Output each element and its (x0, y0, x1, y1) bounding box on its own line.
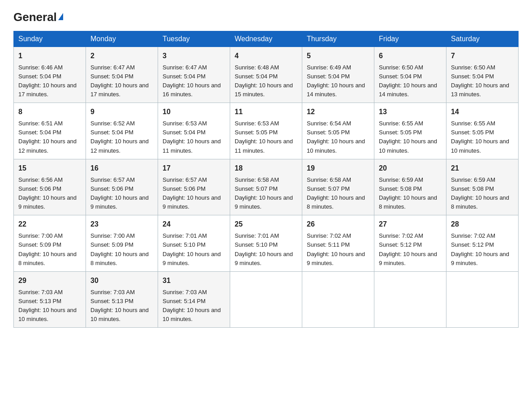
day-info: Sunrise: 7:03 AMSunset: 5:13 PMDaylight:… (18, 289, 77, 322)
day-number: 16 (90, 163, 153, 174)
day-info: Sunrise: 6:50 AMSunset: 5:04 PMDaylight:… (451, 64, 509, 98)
logo: General (13, 11, 63, 24)
calendar-week-row: 22 Sunrise: 7:00 AMSunset: 5:09 PMDaylig… (14, 215, 519, 272)
day-number: 4 (235, 51, 297, 61)
day-info: Sunrise: 7:00 AMSunset: 5:09 PMDaylight:… (90, 232, 149, 266)
col-header-thursday: Thursday (302, 31, 374, 47)
day-number: 15 (18, 163, 81, 174)
day-number: 8 (18, 107, 81, 117)
calendar-cell: 11 Sunrise: 6:53 AMSunset: 5:05 PMDaylig… (230, 103, 302, 159)
calendar-cell: 24 Sunrise: 7:01 AMSunset: 5:10 PMDaylig… (158, 215, 230, 272)
col-header-wednesday: Wednesday (230, 31, 302, 47)
day-info: Sunrise: 6:58 AMSunset: 5:07 PMDaylight:… (307, 176, 365, 210)
calendar-cell: 26 Sunrise: 7:02 AMSunset: 5:11 PMDaylig… (302, 215, 374, 272)
day-info: Sunrise: 6:52 AMSunset: 5:04 PMDaylight:… (90, 120, 149, 154)
calendar-cell (446, 271, 519, 328)
day-number: 24 (163, 219, 225, 230)
logo-general: General (13, 11, 57, 24)
day-number: 17 (163, 163, 225, 174)
calendar-cell (302, 271, 374, 328)
calendar-cell: 10 Sunrise: 6:53 AMSunset: 5:04 PMDaylig… (158, 103, 230, 159)
calendar-cell: 21 Sunrise: 6:59 AMSunset: 5:08 PMDaylig… (446, 159, 519, 215)
calendar-cell: 29 Sunrise: 7:03 AMSunset: 5:13 PMDaylig… (14, 271, 86, 328)
calendar-cell: 3 Sunrise: 6:47 AMSunset: 5:04 PMDayligh… (158, 47, 230, 103)
day-info: Sunrise: 6:57 AMSunset: 5:06 PMDaylight:… (163, 176, 221, 210)
calendar-cell: 7 Sunrise: 6:50 AMSunset: 5:04 PMDayligh… (446, 47, 519, 103)
day-number: 18 (235, 163, 297, 174)
calendar-header: SundayMondayTuesdayWednesdayThursdayFrid… (14, 31, 519, 47)
day-info: Sunrise: 6:55 AMSunset: 5:05 PMDaylight:… (451, 120, 509, 154)
calendar-table: SundayMondayTuesdayWednesdayThursdayFrid… (13, 31, 519, 328)
day-number: 2 (90, 51, 153, 61)
calendar-cell: 30 Sunrise: 7:03 AMSunset: 5:13 PMDaylig… (86, 271, 158, 328)
day-number: 27 (379, 219, 442, 230)
day-number: 28 (451, 219, 514, 230)
day-info: Sunrise: 6:50 AMSunset: 5:04 PMDaylight:… (379, 64, 437, 98)
day-info: Sunrise: 7:02 AMSunset: 5:11 PMDaylight:… (307, 232, 365, 266)
day-info: Sunrise: 6:55 AMSunset: 5:05 PMDaylight:… (379, 120, 437, 154)
calendar-cell: 25 Sunrise: 7:01 AMSunset: 5:10 PMDaylig… (230, 215, 302, 272)
col-header-friday: Friday (374, 31, 446, 47)
day-number: 14 (451, 107, 514, 117)
calendar-cell: 16 Sunrise: 6:57 AMSunset: 5:06 PMDaylig… (86, 159, 158, 215)
day-number: 19 (307, 163, 369, 174)
day-info: Sunrise: 6:56 AMSunset: 5:06 PMDaylight:… (18, 176, 77, 210)
calendar-cell: 9 Sunrise: 6:52 AMSunset: 5:04 PMDayligh… (86, 103, 158, 159)
col-header-monday: Monday (86, 31, 158, 47)
day-info: Sunrise: 6:46 AMSunset: 5:04 PMDaylight:… (18, 64, 77, 98)
calendar-cell: 6 Sunrise: 6:50 AMSunset: 5:04 PMDayligh… (374, 47, 446, 103)
day-number: 29 (18, 275, 81, 286)
day-info: Sunrise: 7:02 AMSunset: 5:12 PMDaylight:… (379, 232, 437, 266)
day-number: 9 (90, 107, 153, 117)
calendar-week-row: 15 Sunrise: 6:56 AMSunset: 5:06 PMDaylig… (14, 159, 519, 215)
day-number: 10 (163, 107, 225, 117)
calendar-cell: 4 Sunrise: 6:48 AMSunset: 5:04 PMDayligh… (230, 47, 302, 103)
day-info: Sunrise: 7:00 AMSunset: 5:09 PMDaylight:… (18, 232, 77, 266)
day-info: Sunrise: 6:47 AMSunset: 5:04 PMDaylight:… (163, 64, 221, 98)
day-info: Sunrise: 6:47 AMSunset: 5:04 PMDaylight:… (90, 64, 149, 98)
calendar-week-row: 29 Sunrise: 7:03 AMSunset: 5:13 PMDaylig… (14, 271, 519, 328)
calendar-cell: 1 Sunrise: 6:46 AMSunset: 5:04 PMDayligh… (14, 47, 86, 103)
day-number: 21 (451, 163, 514, 174)
col-header-sunday: Sunday (14, 31, 86, 47)
day-info: Sunrise: 6:51 AMSunset: 5:04 PMDaylight:… (18, 120, 77, 154)
day-info: Sunrise: 6:59 AMSunset: 5:08 PMDaylight:… (451, 176, 509, 210)
day-number: 20 (379, 163, 442, 174)
page-header: General (13, 11, 519, 24)
day-info: Sunrise: 7:03 AMSunset: 5:14 PMDaylight:… (163, 289, 221, 322)
day-info: Sunrise: 6:54 AMSunset: 5:05 PMDaylight:… (307, 120, 365, 154)
calendar-cell: 22 Sunrise: 7:00 AMSunset: 5:09 PMDaylig… (14, 215, 86, 272)
day-info: Sunrise: 6:57 AMSunset: 5:06 PMDaylight:… (90, 176, 149, 210)
calendar-cell: 18 Sunrise: 6:58 AMSunset: 5:07 PMDaylig… (230, 159, 302, 215)
day-number: 11 (235, 107, 297, 117)
calendar-cell: 12 Sunrise: 6:54 AMSunset: 5:05 PMDaylig… (302, 103, 374, 159)
calendar-cell: 14 Sunrise: 6:55 AMSunset: 5:05 PMDaylig… (446, 103, 519, 159)
day-number: 23 (90, 219, 153, 230)
day-number: 25 (235, 219, 297, 230)
day-number: 13 (379, 107, 442, 117)
day-info: Sunrise: 7:01 AMSunset: 5:10 PMDaylight:… (235, 232, 293, 266)
day-number: 12 (307, 107, 369, 117)
calendar-cell: 31 Sunrise: 7:03 AMSunset: 5:14 PMDaylig… (158, 271, 230, 328)
calendar-cell: 19 Sunrise: 6:58 AMSunset: 5:07 PMDaylig… (302, 159, 374, 215)
day-number: 1 (18, 51, 81, 61)
day-info: Sunrise: 6:48 AMSunset: 5:04 PMDaylight:… (235, 64, 293, 98)
day-number: 6 (379, 51, 442, 61)
calendar-cell: 20 Sunrise: 6:59 AMSunset: 5:08 PMDaylig… (374, 159, 446, 215)
calendar-cell: 8 Sunrise: 6:51 AMSunset: 5:04 PMDayligh… (14, 103, 86, 159)
calendar-cell: 17 Sunrise: 6:57 AMSunset: 5:06 PMDaylig… (158, 159, 230, 215)
col-header-tuesday: Tuesday (158, 31, 230, 47)
day-info: Sunrise: 6:53 AMSunset: 5:05 PMDaylight:… (235, 120, 293, 154)
calendar-week-row: 1 Sunrise: 6:46 AMSunset: 5:04 PMDayligh… (14, 47, 519, 103)
calendar-cell: 27 Sunrise: 7:02 AMSunset: 5:12 PMDaylig… (374, 215, 446, 272)
calendar-cell: 15 Sunrise: 6:56 AMSunset: 5:06 PMDaylig… (14, 159, 86, 215)
day-number: 26 (307, 219, 369, 230)
day-info: Sunrise: 6:58 AMSunset: 5:07 PMDaylight:… (235, 176, 293, 210)
day-number: 3 (163, 51, 225, 61)
day-info: Sunrise: 6:59 AMSunset: 5:08 PMDaylight:… (379, 176, 437, 210)
day-number: 22 (18, 219, 81, 230)
calendar-cell: 28 Sunrise: 7:02 AMSunset: 5:12 PMDaylig… (446, 215, 519, 272)
day-info: Sunrise: 7:02 AMSunset: 5:12 PMDaylight:… (451, 232, 509, 266)
day-number: 7 (451, 51, 514, 61)
day-info: Sunrise: 7:01 AMSunset: 5:10 PMDaylight:… (163, 232, 221, 266)
